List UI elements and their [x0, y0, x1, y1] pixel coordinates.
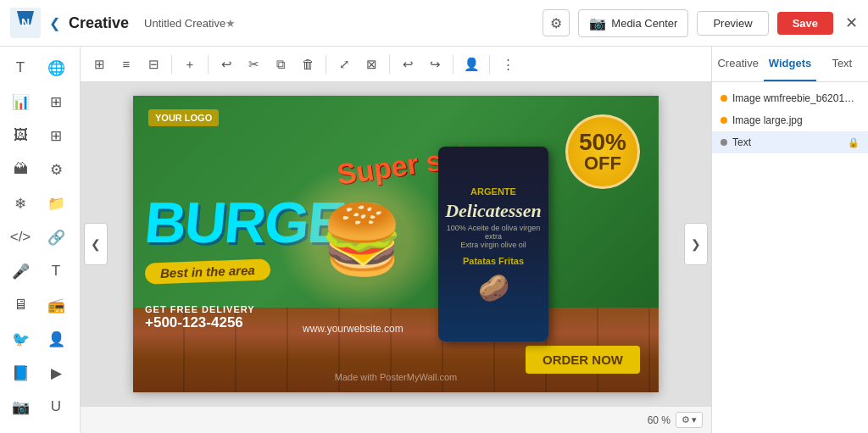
order-button[interactable]: ORDER NOW: [526, 346, 640, 374]
rotate-icon[interactable]: ↩: [214, 53, 238, 76]
grid-icon[interactable]: ⊞: [39, 86, 73, 118]
user-icon[interactable]: 👤: [459, 53, 483, 76]
cut-icon[interactable]: ✂: [242, 53, 265, 76]
list-view-icon[interactable]: ≡: [114, 53, 138, 76]
gear-icon: ⚙: [550, 15, 562, 31]
toolbar-row: 🎤 T: [3, 255, 76, 287]
web-icon[interactable]: 🌐: [39, 52, 73, 84]
add-icon[interactable]: +: [178, 53, 202, 76]
delivery-section: GET FREE DELIVERY +500-123-4256: [145, 304, 255, 331]
image-icon[interactable]: 🖼: [3, 119, 37, 152]
twitter-icon[interactable]: 🐦: [3, 323, 37, 355]
media-center-button[interactable]: 📷 Media Center: [578, 9, 688, 37]
preview-button[interactable]: Preview: [697, 11, 768, 36]
search-icon[interactable]: 🔍: [3, 425, 37, 433]
close-button[interactable]: ✕: [845, 14, 858, 32]
more-icon[interactable]: ⋮: [496, 53, 520, 76]
canvas-footer: 60 % ⚙ ▾: [81, 406, 711, 433]
item-label: Text: [732, 136, 843, 148]
toolbar-row: 🐦 👤: [3, 323, 76, 355]
topbar: ❮ Creative Untitled Creative★ ⚙ 📷 Media …: [0, 0, 868, 47]
burger-image: 🍔: [277, 164, 447, 316]
crop-icon[interactable]: ⊠: [359, 53, 383, 76]
settings-icon: ⚙: [682, 414, 690, 425]
link-icon[interactable]: 🔗: [39, 221, 73, 253]
delete-icon[interactable]: 🗑: [296, 53, 320, 76]
expand-icon[interactable]: ⤢: [332, 53, 356, 76]
back-button[interactable]: ❮: [49, 15, 60, 31]
toolbar-row: 📘 ▶: [3, 357, 76, 389]
landscape-icon[interactable]: 🏔: [3, 153, 37, 186]
breadcrumb-subtitle: Untitled Creative★: [144, 17, 236, 30]
canvas-area: ⊞ ≡ ⊟ + ↩ ✂ ⧉ 🗑 ⤢ ⊠ ↩ ↪ 👤 ⋮ ❮: [81, 47, 711, 433]
collapse-icon[interactable]: ⊟: [142, 53, 165, 76]
item-dot-icon: [721, 139, 727, 146]
chart-icon[interactable]: 📊: [3, 86, 37, 118]
separator: [208, 55, 209, 74]
toolbar-row: 📷 U: [3, 391, 76, 423]
panel-tabs: Creative Widgets Text: [712, 47, 868, 82]
discount-badge: 50% OFF: [565, 114, 640, 189]
rss-icon[interactable]: 📻: [39, 289, 73, 321]
copy-icon[interactable]: ⧉: [269, 53, 292, 76]
toolbar-row: ❄ 📁: [3, 187, 76, 219]
instagram-icon[interactable]: 📷: [3, 391, 37, 423]
save-button[interactable]: Save: [777, 12, 833, 35]
list-item[interactable]: Image large.jpg: [712, 109, 868, 131]
toolbar-row: 📊 ⊞: [3, 86, 76, 118]
toolbar-strip: ⊞ ≡ ⊟ + ↩ ✂ ⧉ 🗑 ⤢ ⊠ ↩ ↪ 👤 ⋮: [81, 47, 711, 82]
separator: [453, 55, 453, 74]
item-dot-icon: [721, 95, 727, 102]
camera-icon: 📷: [589, 15, 606, 31]
canvas-nav-right[interactable]: ❯: [684, 223, 708, 265]
code-icon[interactable]: </>: [3, 221, 37, 253]
item-label: Image wmfreebie_b6201768b4ab56...: [732, 92, 860, 104]
separator: [489, 55, 490, 74]
mic-icon[interactable]: 🎤: [3, 255, 37, 287]
facebook-icon[interactable]: 📘: [3, 357, 37, 389]
cloud-icon[interactable]: ☁: [39, 425, 73, 433]
list-item[interactable]: Image wmfreebie_b6201768b4ab56...: [712, 87, 868, 109]
toolbar-row: </> 🔗: [3, 221, 76, 253]
undo-icon[interactable]: ↩: [396, 53, 420, 76]
zoom-settings-button[interactable]: ⚙ ▾: [676, 412, 703, 428]
item-dot-icon: [721, 117, 727, 124]
screen-icon[interactable]: 🖥: [3, 289, 37, 321]
text2-icon[interactable]: T: [39, 255, 73, 287]
website-url: www.yourwebsite.com: [303, 323, 403, 335]
panel-content: Image wmfreebie_b6201768b4ab56... Image …: [712, 82, 868, 433]
redo-icon[interactable]: ↪: [423, 53, 447, 76]
tab-widgets[interactable]: Widgets: [764, 47, 815, 81]
logo-placeholder: YOUR LOGO: [148, 109, 219, 126]
breadcrumb-title: Creative: [69, 14, 129, 32]
toolbar-row: 🔍 ☁: [3, 425, 76, 433]
tab-text[interactable]: Text: [816, 47, 868, 81]
settings-button[interactable]: ⚙: [542, 9, 570, 36]
underline-icon[interactable]: U: [39, 391, 73, 423]
table-icon[interactable]: ⊞: [39, 119, 73, 152]
design-canvas[interactable]: YOUR LOGO BURGER Super sale Best in the …: [133, 96, 659, 392]
toolbar-row: 🏔 ⚙: [3, 153, 76, 186]
folder-icon[interactable]: 📁: [39, 187, 73, 219]
list-item-active[interactable]: Text 🔒: [712, 131, 868, 153]
separator: [326, 55, 326, 74]
settings-icon[interactable]: ⚙: [39, 153, 73, 186]
snowflake-icon[interactable]: ❄: [3, 187, 37, 219]
lock-icon: 🔒: [848, 137, 860, 148]
canvas-nav-left[interactable]: ❮: [84, 223, 108, 265]
person-icon[interactable]: 👤: [39, 323, 73, 355]
separator: [389, 55, 390, 74]
toolbar-row: 🖼 ⊞: [3, 119, 76, 152]
right-panel: Creative Widgets Text Image wmfreebie_b6…: [711, 47, 868, 433]
toolbar-row: T 🌐: [3, 52, 76, 84]
tab-creative[interactable]: Creative: [712, 47, 764, 81]
text-tool-icon[interactable]: T: [3, 52, 37, 84]
zoom-level: 60 %: [648, 414, 670, 426]
youtube-icon[interactable]: ▶: [39, 357, 73, 389]
delivery-label: GET FREE DELIVERY: [145, 304, 255, 314]
badge-percent: 50%: [579, 130, 626, 154]
badge-off: OFF: [584, 154, 621, 173]
media-center-label: Media Center: [611, 17, 677, 30]
grid-view-icon[interactable]: ⊞: [87, 53, 111, 76]
separator: [171, 55, 172, 74]
